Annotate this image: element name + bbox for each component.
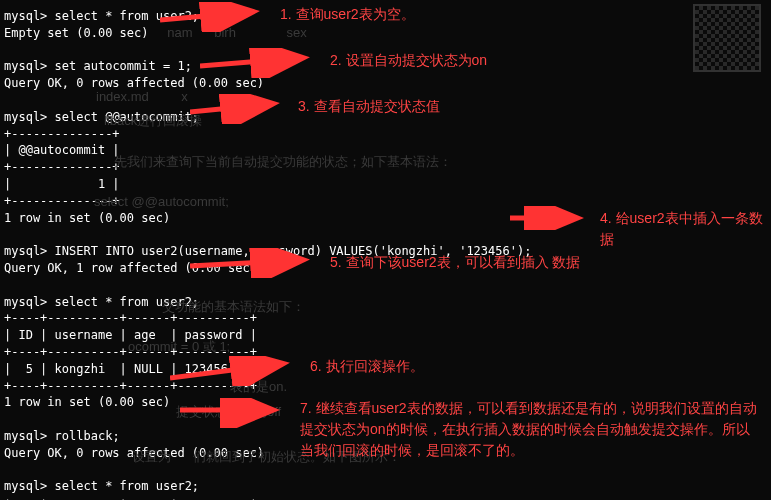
prompt: mysql> set autocommit = 1; [4,59,192,73]
ghost-text: 提交状态设置为off [176,403,281,421]
ghost-text: 交功能的基本语法如下： [162,298,305,316]
sql-output: Query OK, 1 row affected (0.00 sec) [4,261,257,275]
qr-code-watermark [693,4,761,72]
sql-command: select * from user2; [55,479,200,493]
sql-output: +----+----------+------+----------+ | ID… [4,311,257,409]
annotation-4: 4. 给user2表中插入一条数据 [600,208,771,250]
sql-output: +----+----------+------+----------+ | ID… [4,496,257,500]
prompt: mysql> select * from user2; [4,479,199,493]
prompt: mysql> select * from user2; [4,9,199,23]
sql-command: rollback; [55,429,120,443]
sql-output: Empty set (0.00 sec) [4,26,149,40]
ghost-text: select @@autocommit; [94,193,229,211]
ghost-text: index.md x [96,88,188,106]
sql-command: set autocommit = 1; [55,59,192,73]
ghost-text: ocommit = 0 或 1; [128,338,230,356]
annotation-1: 1. 查询user2表为空。 [280,4,415,25]
ghost-text: llback进行回滚操 [104,112,202,130]
ghost-text: nam birh sex [160,24,307,42]
annotation-7: 7. 继续查看user2表的数据，可以看到数据还是有的，说明我们设置的自动提交状… [300,398,760,461]
ghost-text: 先我们来查询下当前自动提交功能的状态；如下基本语法： [114,153,452,171]
annotation-2: 2. 设置自动提交状态为on [330,50,487,71]
sql-command: select * from user2; [55,9,200,23]
prompt: mysql> rollback; [4,429,120,443]
annotation-6: 6. 执行回滚操作。 [310,356,424,377]
annotation-3: 3. 查看自动提交状态值 [298,96,440,117]
annotation-5: 5. 查询下该user2表，可以看到插入 数据 [330,252,580,273]
ghost-text: 表的是on. [230,378,287,396]
